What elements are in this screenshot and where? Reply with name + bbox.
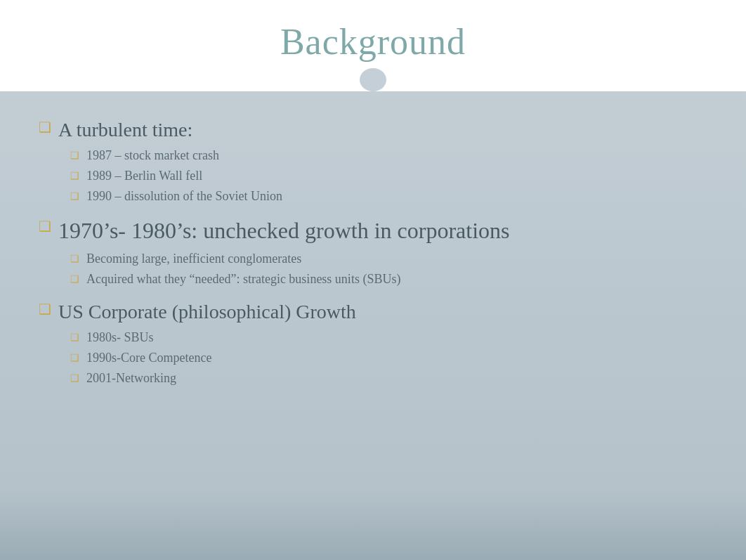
sub-bullet-text-2-1: Becoming large, inefficient conglomerate… [86, 249, 301, 268]
main-bullet-text-2: 1970’s- 1980’s: unchecked growth in corp… [58, 215, 510, 247]
main-bullet-1: ❑ A turbulent time: [39, 116, 704, 143]
sub-item-3-3: ❑ 2001-Networking [70, 369, 704, 388]
sub-bullet-text-1-3: 1990 – dissolution of the Soviet Union [86, 187, 282, 206]
sub-items-3: ❑ 1980s- SBUs ❑ 1990s-Core Competence ❑ … [39, 328, 704, 389]
sub-item-1-1: ❑ 1987 – stock market crash [70, 146, 704, 165]
main-bullet-text-3: US Corporate (philosophical) Growth [58, 298, 356, 325]
sub-bullet-marker-1-1: ❑ [70, 148, 79, 163]
sub-bullet-text-3-1: 1980s- SBUs [86, 328, 154, 347]
sub-item-1-3: ❑ 1990 – dissolution of the Soviet Union [70, 187, 704, 206]
sub-bullet-marker-2-1: ❑ [70, 252, 79, 266]
content-area: ❑ A turbulent time: ❑ 1987 – stock marke… [0, 91, 746, 560]
sub-bullet-text-1-1: 1987 – stock market crash [86, 146, 219, 165]
sub-item-3-2: ❑ 1990s-Core Competence [70, 349, 704, 367]
sub-bullet-text-3-3: 2001-Networking [86, 369, 176, 388]
sub-item-1-2: ❑ 1989 – Berlin Wall fell [70, 167, 704, 185]
sub-bullet-marker-1-2: ❑ [70, 169, 79, 183]
sub-bullet-text-2-2: Acquired what they “needed”: strategic b… [86, 270, 400, 289]
slide: Background ❑ A turbulent time: ❑ 1987 – … [0, 0, 746, 560]
bullet-marker-1: ❑ [39, 117, 51, 137]
main-bullet-2: ❑ 1970’s- 1980’s: unchecked growth in co… [39, 215, 704, 247]
sub-bullet-marker-3-3: ❑ [70, 371, 79, 386]
main-bullet-3: ❑ US Corporate (philosophical) Growth [39, 298, 704, 325]
sub-item-2-1: ❑ Becoming large, inefficient conglomera… [70, 249, 704, 268]
sub-bullet-marker-1-3: ❑ [70, 189, 79, 204]
sub-items-2: ❑ Becoming large, inefficient conglomera… [39, 249, 704, 290]
sub-bullet-marker-3-2: ❑ [70, 351, 79, 365]
sub-items-1: ❑ 1987 – stock market crash ❑ 1989 – Ber… [39, 146, 704, 207]
sub-bullet-text-1-2: 1989 – Berlin Wall fell [86, 167, 202, 185]
sub-item-3-1: ❑ 1980s- SBUs [70, 328, 704, 347]
bullet-marker-2: ❑ [39, 216, 51, 236]
sub-bullet-marker-2-2: ❑ [70, 272, 79, 287]
sub-item-2-2: ❑ Acquired what they “needed”: strategic… [70, 270, 704, 289]
header-area: Background [0, 0, 746, 91]
sub-bullet-marker-3-1: ❑ [70, 330, 79, 345]
main-bullet-text-1: A turbulent time: [58, 116, 192, 143]
bullet-marker-3: ❑ [39, 299, 51, 319]
circle-decoration [360, 68, 386, 91]
sub-bullet-text-3-2: 1990s-Core Competence [86, 349, 211, 367]
slide-title: Background [280, 21, 466, 63]
